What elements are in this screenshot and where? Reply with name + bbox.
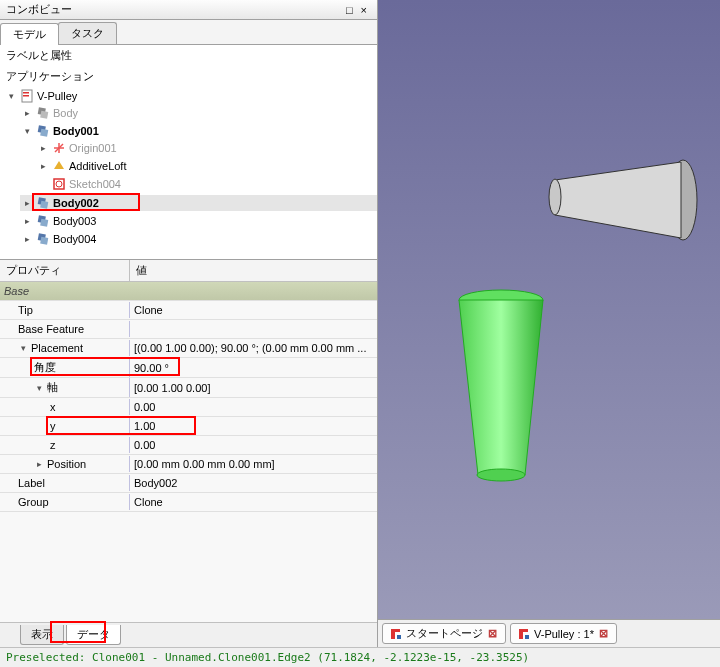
prop-value[interactable]: Clone xyxy=(130,494,377,510)
svg-marker-23 xyxy=(459,300,543,475)
prop-value[interactable]: 1.00 xyxy=(130,418,377,434)
chevron-right-icon[interactable]: ▸ xyxy=(22,216,33,227)
svg-rect-2 xyxy=(23,95,29,97)
body-icon xyxy=(36,196,50,210)
prop-name: ▸Position xyxy=(0,456,130,472)
svg-marker-20 xyxy=(555,162,681,238)
chevron-down-icon[interactable]: ▾ xyxy=(22,126,33,137)
prop-row[interactable]: y1.00 xyxy=(0,417,377,436)
tree-item-loft[interactable]: ▸ AdditiveLoft xyxy=(36,158,377,174)
tree-item-sketch[interactable]: Sketch004 xyxy=(36,176,377,192)
prop-header-name[interactable]: プロパティ xyxy=(0,260,130,281)
tree-item-label: Body003 xyxy=(53,215,96,227)
prop-name: z xyxy=(0,437,130,453)
tree-item-label: Body xyxy=(53,107,78,119)
combo-view-panel: コンボビュー □ × モデル タスク ラベルと属性 アプリケーション ▾ V-P… xyxy=(0,0,378,647)
close-icon[interactable]: × xyxy=(357,4,371,16)
spacer xyxy=(38,179,49,190)
svg-rect-26 xyxy=(391,629,400,632)
sketch-icon xyxy=(52,177,66,191)
freecad-icon xyxy=(389,627,403,641)
tab-model[interactable]: モデル xyxy=(0,23,59,45)
tree-item-body004[interactable]: ▸ Body004 xyxy=(20,231,377,247)
prop-row[interactable]: z0.00 xyxy=(0,436,377,455)
dock-icon[interactable]: □ xyxy=(342,4,357,16)
property-panel: プロパティ 値 Base TipCloneBase Feature▾Placem… xyxy=(0,259,377,647)
tab-data[interactable]: データ xyxy=(66,625,121,645)
tree-item-body001[interactable]: ▾ Body001 xyxy=(20,123,377,139)
prop-value[interactable]: 90.00 ° xyxy=(130,360,377,376)
prop-name: y xyxy=(0,418,130,434)
prop-name: Base Feature xyxy=(0,321,130,337)
tree-item-origin[interactable]: ▸ Origin001 xyxy=(36,140,377,156)
prop-value[interactable]: [0.00 1.00 0.00] xyxy=(130,380,377,396)
tree-root-label: V-Pulley xyxy=(37,90,77,102)
chevron-down-icon[interactable]: ▾ xyxy=(34,382,45,393)
svg-rect-16 xyxy=(40,219,48,227)
prop-name: Group xyxy=(0,494,130,510)
chevron-right-icon[interactable]: ▸ xyxy=(34,459,45,470)
doc-tab-vpulley[interactable]: V-Pulley : 1* ⊠ xyxy=(510,623,617,644)
prop-row[interactable]: Base Feature xyxy=(0,320,377,339)
svg-point-12 xyxy=(56,181,62,187)
prop-name: 角度 xyxy=(0,358,130,377)
chevron-right-icon[interactable]: ▸ xyxy=(22,234,33,245)
chevron-down-icon[interactable]: ▾ xyxy=(18,343,29,354)
property-table[interactable]: Base TipCloneBase Feature▾Placement[(0.0… xyxy=(0,282,377,622)
svg-point-21 xyxy=(549,179,561,215)
chevron-down-icon[interactable]: ▾ xyxy=(6,91,17,102)
3d-viewport[interactable] xyxy=(378,0,720,619)
prop-value[interactable] xyxy=(130,327,377,331)
close-icon[interactable]: ⊠ xyxy=(597,627,610,640)
doc-tab-startpage[interactable]: スタートページ ⊠ xyxy=(382,623,506,644)
body-icon xyxy=(36,214,50,228)
loft-icon xyxy=(52,159,66,173)
panel-header: コンボビュー □ × xyxy=(0,0,377,20)
tree-header-labels: ラベルと属性 xyxy=(0,45,377,66)
prop-value[interactable]: [0.00 mm 0.00 mm 0.00 mm] xyxy=(130,456,377,472)
body-icon xyxy=(36,232,50,246)
svg-rect-29 xyxy=(519,629,528,632)
prop-value[interactable]: 0.00 xyxy=(130,399,377,415)
tree-area[interactable]: ラベルと属性 アプリケーション ▾ V-Pulley ▸ xyxy=(0,45,377,259)
panel-title: コンボビュー xyxy=(6,2,72,17)
prop-row[interactable]: ▸Position[0.00 mm 0.00 mm 0.00 mm] xyxy=(0,455,377,474)
tree-item-body002[interactable]: ▸ Body002 xyxy=(20,195,377,211)
shape-gray-cone xyxy=(543,140,703,260)
tree-item-body[interactable]: ▸ Body xyxy=(20,105,377,121)
prop-row[interactable]: 角度90.00 ° xyxy=(0,358,377,378)
prop-name: Label xyxy=(0,475,130,491)
tree-item-label: Sketch004 xyxy=(69,178,121,190)
tab-task[interactable]: タスク xyxy=(58,22,117,44)
chevron-right-icon[interactable]: ▸ xyxy=(38,161,49,172)
svg-rect-1 xyxy=(23,92,29,94)
shape-green-cone xyxy=(443,280,563,490)
chevron-right-icon[interactable]: ▸ xyxy=(22,198,33,209)
tree-item-label: Body004 xyxy=(53,233,96,245)
document-tabs: スタートページ ⊠ V-Pulley : 1* ⊠ xyxy=(378,619,720,647)
prop-value[interactable]: 0.00 xyxy=(130,437,377,453)
status-bar: Preselected: Clone001 - Unnamed.Clone001… xyxy=(0,647,720,667)
body-icon xyxy=(36,106,50,120)
tree-item-label: AdditiveLoft xyxy=(69,160,126,172)
prop-value[interactable]: Clone xyxy=(130,302,377,318)
tree-item-body003[interactable]: ▸ Body003 xyxy=(20,213,377,229)
tree-header-app: アプリケーション xyxy=(0,66,377,87)
tab-view[interactable]: 表示 xyxy=(20,625,64,645)
prop-row[interactable]: TipClone xyxy=(0,301,377,320)
prop-value[interactable]: [(0.00 1.00 0.00); 90.00 °; (0.00 mm 0.0… xyxy=(130,340,377,356)
chevron-right-icon[interactable]: ▸ xyxy=(22,108,33,119)
close-icon[interactable]: ⊠ xyxy=(486,627,499,640)
prop-name: Tip xyxy=(0,302,130,318)
right-panel: スタートページ ⊠ V-Pulley : 1* ⊠ xyxy=(378,0,720,647)
prop-row[interactable]: LabelBody002 xyxy=(0,474,377,493)
prop-row[interactable]: ▾軸[0.00 1.00 0.00] xyxy=(0,378,377,398)
chevron-right-icon[interactable]: ▸ xyxy=(38,143,49,154)
tree-root[interactable]: ▾ V-Pulley xyxy=(4,88,377,104)
prop-header-value[interactable]: 値 xyxy=(130,260,153,281)
svg-point-24 xyxy=(477,469,525,481)
prop-value[interactable]: Body002 xyxy=(130,475,377,491)
prop-row[interactable]: GroupClone xyxy=(0,493,377,512)
prop-row[interactable]: ▾Placement[(0.00 1.00 0.00); 90.00 °; (0… xyxy=(0,339,377,358)
prop-row[interactable]: x0.00 xyxy=(0,398,377,417)
